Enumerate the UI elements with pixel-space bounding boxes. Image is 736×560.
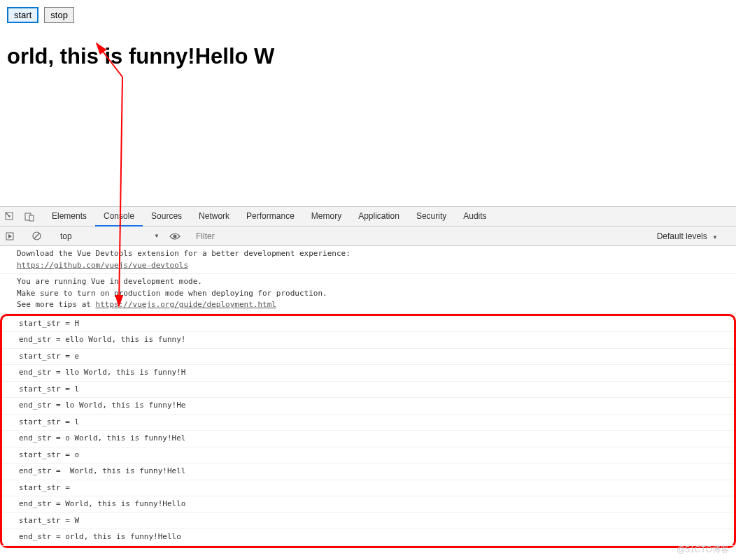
- link[interactable]: https://vuejs.org/guide/deployment.html: [96, 300, 276, 309]
- filter-input[interactable]: [196, 231, 650, 241]
- tab-network[interactable]: Network: [190, 207, 238, 227]
- levels-select[interactable]: Default levels: [657, 231, 718, 241]
- inspect-icon[interactable]: [4, 211, 15, 222]
- console-body: Download the Vue Devtools extension for …: [0, 246, 736, 548]
- device-icon[interactable]: [24, 211, 35, 222]
- console-log-line: end_str = orld, this is funny!Hello: [2, 529, 734, 546]
- levels-label: Default levels: [657, 231, 707, 241]
- svg-rect-4: [29, 215, 34, 221]
- console-log-line: end_str = llo World, this is funny!H: [2, 365, 734, 382]
- console-log-line: start_str = o: [2, 447, 734, 464]
- console-log-line: end_str = World, this is funny!Hello: [2, 496, 734, 513]
- tab-memory[interactable]: Memory: [303, 207, 350, 227]
- console-log-line: end_str = o World, this is funny!Hel: [2, 431, 734, 447]
- stop-button[interactable]: stop: [44, 7, 74, 23]
- tab-audits[interactable]: Audits: [455, 207, 495, 227]
- watermark: @51CTO博客: [677, 544, 729, 556]
- page-title: orld, this is funny!Hello W: [7, 44, 729, 69]
- svg-point-8: [174, 234, 177, 238]
- console-log-line: end_str = World, this is funny!Hell: [2, 464, 734, 480]
- tab-application[interactable]: Application: [350, 207, 408, 227]
- devtools-tabs: ElementsConsoleSourcesNetworkPerformance…: [0, 207, 736, 227]
- console-message: You are running Vue in development mode.…: [0, 274, 736, 314]
- console-log-line: end_str = lo World, this is funny!He: [2, 398, 734, 415]
- console-message: Download the Vue Devtools extension for …: [0, 246, 736, 274]
- filter-field[interactable]: [196, 231, 650, 241]
- tab-security[interactable]: Security: [408, 207, 455, 227]
- console-log-line: start_str = l: [2, 382, 734, 399]
- button-row: start stop: [7, 7, 729, 23]
- tab-performance[interactable]: Performance: [238, 207, 303, 227]
- svg-line-7: [34, 234, 39, 239]
- console-log-line: start_str = e: [2, 349, 734, 366]
- tab-console[interactable]: Console: [95, 207, 143, 227]
- page-area: start stop orld, this is funny!Hello W: [0, 0, 736, 206]
- log-highlight-box: start_str = Hend_str = ello World, this …: [0, 314, 736, 548]
- eye-icon[interactable]: [169, 231, 181, 242]
- console-log-line: start_str = l: [2, 415, 734, 431]
- console-toolbar: top Default levels: [0, 227, 736, 246]
- console-log-line: start_str = W: [2, 513, 734, 530]
- console-log-line: start_str =: [2, 480, 734, 497]
- context-label: top: [60, 231, 72, 241]
- console-log-line: end_str = ello World, this is funny!: [2, 332, 734, 349]
- tab-elements[interactable]: Elements: [43, 207, 95, 227]
- tab-sources[interactable]: Sources: [143, 207, 190, 227]
- link[interactable]: https://github.com/vuejs/vue-devtools: [17, 261, 188, 270]
- devtools-panel: ElementsConsoleSourcesNetworkPerformance…: [0, 206, 736, 548]
- clear-icon[interactable]: [31, 231, 42, 242]
- start-button[interactable]: start: [7, 7, 38, 23]
- play-icon[interactable]: [4, 231, 15, 242]
- context-select[interactable]: top: [57, 230, 162, 243]
- console-log-line: start_str = H: [2, 316, 734, 333]
